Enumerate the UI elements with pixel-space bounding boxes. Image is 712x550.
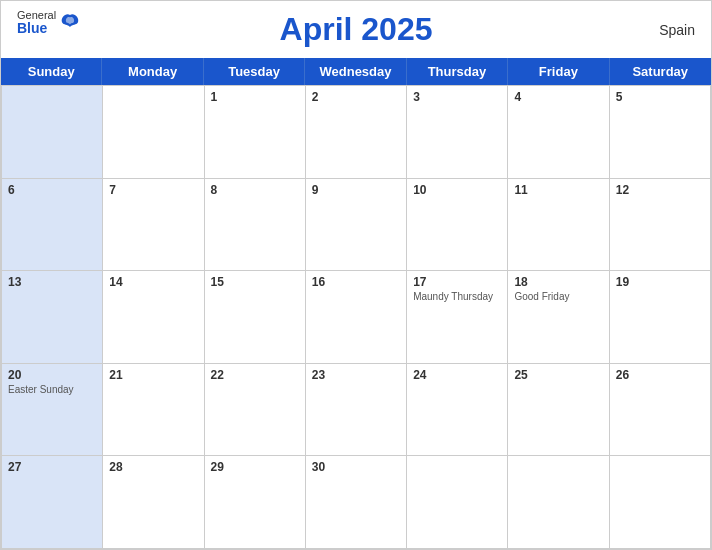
cell-date: 26 — [616, 368, 704, 382]
cell-date: 3 — [413, 90, 501, 104]
cell-date: 6 — [8, 183, 96, 197]
calendar-cell: 2 — [306, 86, 407, 179]
calendar-cell: 9 — [306, 179, 407, 272]
calendar-cell: 18Good Friday — [508, 271, 609, 364]
weekday-header-thursday: Thursday — [407, 58, 508, 85]
calendar-cell: 27 — [2, 456, 103, 549]
calendar-cell: 14 — [103, 271, 204, 364]
calendar-cell: 24 — [407, 364, 508, 457]
logo: General Blue — [17, 9, 82, 36]
cell-date: 11 — [514, 183, 602, 197]
cell-date: 13 — [8, 275, 96, 289]
weekday-header-tuesday: Tuesday — [204, 58, 305, 85]
calendar-header: General Blue April 2025 Spain — [1, 1, 711, 58]
weekday-header-monday: Monday — [102, 58, 203, 85]
cell-date: 5 — [616, 90, 704, 104]
cell-date: 18 — [514, 275, 602, 289]
calendar-cell: 19 — [610, 271, 711, 364]
weekday-header-sunday: Sunday — [1, 58, 102, 85]
calendar-cell: 22 — [205, 364, 306, 457]
cell-date: 22 — [211, 368, 299, 382]
calendar-cell: 7 — [103, 179, 204, 272]
calendar-cell — [508, 456, 609, 549]
calendar-grid: 1234567891011121314151617Maundy Thursday… — [1, 85, 711, 549]
cell-date: 24 — [413, 368, 501, 382]
cell-date: 15 — [211, 275, 299, 289]
cell-date: 12 — [616, 183, 704, 197]
weekday-header-friday: Friday — [508, 58, 609, 85]
cell-date: 29 — [211, 460, 299, 474]
calendar: General Blue April 2025 Spain SundayMond… — [0, 0, 712, 550]
calendar-cell: 11 — [508, 179, 609, 272]
weekday-headers: SundayMondayTuesdayWednesdayThursdayFrid… — [1, 58, 711, 85]
calendar-cell: 23 — [306, 364, 407, 457]
calendar-cell: 4 — [508, 86, 609, 179]
weekday-header-saturday: Saturday — [610, 58, 711, 85]
cell-date: 21 — [109, 368, 197, 382]
country-label: Spain — [659, 22, 695, 38]
calendar-cell — [103, 86, 204, 179]
cell-date: 25 — [514, 368, 602, 382]
calendar-cell: 1 — [205, 86, 306, 179]
calendar-cell: 21 — [103, 364, 204, 457]
calendar-cell — [2, 86, 103, 179]
calendar-cell: 8 — [205, 179, 306, 272]
bird-icon — [58, 11, 82, 35]
cell-event: Good Friday — [514, 291, 602, 302]
cell-date: 1 — [211, 90, 299, 104]
cell-date: 16 — [312, 275, 400, 289]
calendar-title: April 2025 — [280, 11, 433, 48]
cell-event: Maundy Thursday — [413, 291, 501, 302]
calendar-cell: 16 — [306, 271, 407, 364]
calendar-cell: 12 — [610, 179, 711, 272]
cell-date: 30 — [312, 460, 400, 474]
cell-date: 27 — [8, 460, 96, 474]
calendar-cell: 30 — [306, 456, 407, 549]
calendar-cell: 28 — [103, 456, 204, 549]
calendar-cell — [610, 456, 711, 549]
cell-date: 2 — [312, 90, 400, 104]
weekday-header-wednesday: Wednesday — [305, 58, 406, 85]
calendar-cell: 10 — [407, 179, 508, 272]
cell-date: 23 — [312, 368, 400, 382]
cell-date: 14 — [109, 275, 197, 289]
logo-blue: Blue — [17, 21, 56, 36]
calendar-cell: 5 — [610, 86, 711, 179]
cell-date: 20 — [8, 368, 96, 382]
calendar-cell: 26 — [610, 364, 711, 457]
calendar-cell: 25 — [508, 364, 609, 457]
cell-date: 8 — [211, 183, 299, 197]
calendar-cell: 20Easter Sunday — [2, 364, 103, 457]
cell-date: 7 — [109, 183, 197, 197]
cell-date: 9 — [312, 183, 400, 197]
cell-event: Easter Sunday — [8, 384, 96, 395]
cell-date: 4 — [514, 90, 602, 104]
calendar-cell: 29 — [205, 456, 306, 549]
cell-date: 17 — [413, 275, 501, 289]
calendar-cell: 13 — [2, 271, 103, 364]
cell-date: 10 — [413, 183, 501, 197]
calendar-cell — [407, 456, 508, 549]
cell-date: 19 — [616, 275, 704, 289]
calendar-cell: 15 — [205, 271, 306, 364]
calendar-cell: 17Maundy Thursday — [407, 271, 508, 364]
cell-date: 28 — [109, 460, 197, 474]
calendar-cell: 3 — [407, 86, 508, 179]
calendar-cell: 6 — [2, 179, 103, 272]
